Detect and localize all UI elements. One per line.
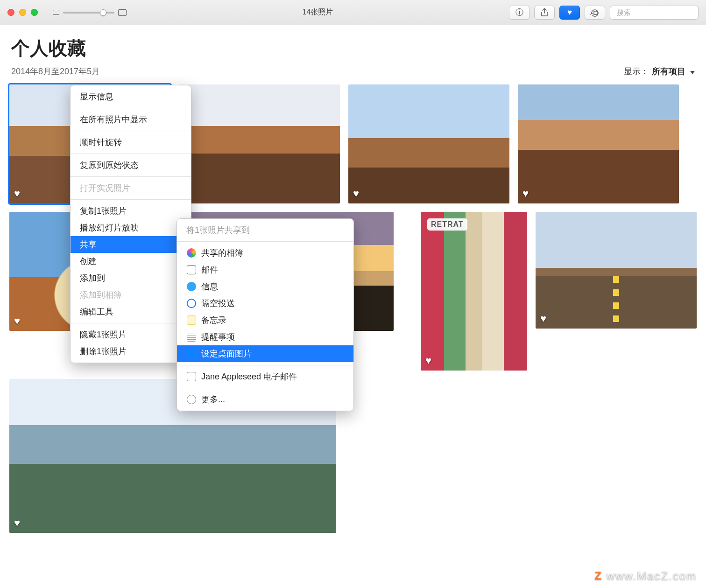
photo-thumbnail[interactable]: RETRAT ♥ (421, 212, 527, 371)
context-menu-item[interactable]: 创建 (71, 253, 191, 270)
chevron-down-icon (688, 67, 695, 77)
share-contact-item[interactable]: Jane Appleseed 电子邮件 (177, 368, 353, 385)
share-menu-item[interactable]: 邮件 (177, 261, 353, 278)
context-menu-item[interactable]: 顺时针旋转 (71, 134, 191, 151)
context-menu-item: 添加到相簿 (71, 287, 191, 303)
photo-thumbnail[interactable] (179, 84, 340, 203)
heart-icon: ♥ (522, 188, 529, 200)
context-menu-item: 打开实况照片 (71, 180, 191, 196)
context-menu-item[interactable]: 在所有照片中显示 (71, 111, 191, 128)
photo-thumbnail[interactable]: ♥ (518, 84, 679, 203)
window-controls (7, 9, 38, 16)
heart-icon: ♥ (540, 313, 546, 325)
context-menu-item[interactable]: 播放幻灯片放映 (71, 219, 191, 236)
context-menu[interactable]: 显示信息在所有照片中显示顺时针旋转复原到原始状态打开实况照片复制1张照片播放幻灯… (70, 85, 191, 363)
share-more-item[interactable]: 更多... (177, 391, 353, 408)
page-header: 个人收藏 (0, 25, 706, 63)
page-title: 个人收藏 (11, 35, 695, 61)
share-menu-item[interactable]: 备忘录 (177, 312, 353, 329)
rotate-button[interactable] (585, 6, 605, 20)
display-filter-label: 显示： (624, 66, 649, 77)
minimize-icon[interactable] (19, 9, 26, 16)
share-icon (540, 8, 549, 17)
mail-icon (187, 265, 196, 274)
photo-thumbnail[interactable]: ♥ (348, 84, 509, 203)
watermark: Z www.MacZ.com (594, 569, 697, 582)
thumbnail-zoom-slider[interactable] (53, 9, 127, 16)
search-field[interactable] (610, 6, 699, 20)
share-menu-item[interactable]: 信息 (177, 278, 353, 295)
close-icon[interactable] (7, 9, 14, 16)
info-button[interactable]: ⓘ (509, 6, 530, 20)
share-submenu-title: 将1张照片共享到 (177, 222, 353, 238)
share-menu-item[interactable]: 提醒事项 (177, 329, 353, 345)
heart-icon: ♥ (353, 188, 359, 200)
context-menu-item[interactable]: 删除1张照片 (71, 343, 191, 360)
context-menu-item[interactable]: 添加到 (71, 270, 191, 287)
zoom-track[interactable] (63, 12, 114, 14)
airdrop-icon (187, 299, 196, 308)
context-menu-item[interactable]: 共享 (71, 236, 191, 253)
heart-icon: ♥ (425, 355, 431, 367)
photo-thumbnail[interactable]: ♥ (536, 212, 697, 329)
context-menu-item[interactable]: 隐藏1张照片 (71, 326, 191, 343)
zoom-small-icon (53, 10, 59, 15)
toolbar-right: ⓘ ♥ (509, 6, 699, 20)
display-filter-value: 所有项目 (652, 66, 685, 77)
app-window: 14张照片 ⓘ ♥ 个人收藏 2014年8月至2017年5月 显示： 所有项目 (0, 0, 706, 588)
rem-icon (187, 332, 196, 342)
display-filter[interactable]: 显示： 所有项目 (624, 66, 695, 77)
photo-badge: RETRAT (427, 218, 467, 231)
page-subheader: 2014年8月至2017年5月 显示： 所有项目 (0, 63, 706, 82)
heart-icon: ♥ (14, 188, 20, 200)
msg-icon (187, 282, 196, 291)
desk-icon (187, 349, 196, 358)
maximize-icon[interactable] (31, 9, 38, 16)
context-menu-item[interactable]: 复制1张照片 (71, 203, 191, 219)
share-submenu[interactable]: 将1张照片共享到共享的相簿邮件信息隔空投送备忘录提醒事项设定桌面图片Jane A… (176, 218, 354, 411)
titlebar-title: 14张照片 (133, 7, 502, 17)
share-menu-item[interactable]: 共享的相簿 (177, 245, 353, 261)
share-button[interactable] (534, 6, 555, 20)
heart-icon: ♥ (14, 517, 20, 529)
titlebar: 14张照片 ⓘ ♥ (0, 0, 706, 25)
context-menu-item[interactable]: 编辑工具 (71, 303, 191, 320)
notes-icon (187, 315, 196, 325)
zoom-large-icon (118, 9, 127, 16)
zoom-knob[interactable] (100, 9, 106, 16)
more-icon (187, 395, 196, 404)
date-range: 2014年8月至2017年5月 (11, 66, 100, 77)
envelope-icon (187, 372, 196, 381)
heart-icon: ♥ (14, 315, 20, 327)
context-menu-item[interactable]: 显示信息 (71, 88, 191, 105)
albums-icon (187, 248, 196, 258)
share-menu-item[interactable]: 隔空投送 (177, 295, 353, 312)
search-input[interactable] (617, 8, 706, 16)
context-menu-item[interactable]: 复原到原始状态 (71, 157, 191, 174)
favorite-button[interactable]: ♥ (559, 6, 580, 20)
rotate-icon (590, 8, 600, 17)
share-menu-item[interactable]: 设定桌面图片 (177, 345, 353, 362)
